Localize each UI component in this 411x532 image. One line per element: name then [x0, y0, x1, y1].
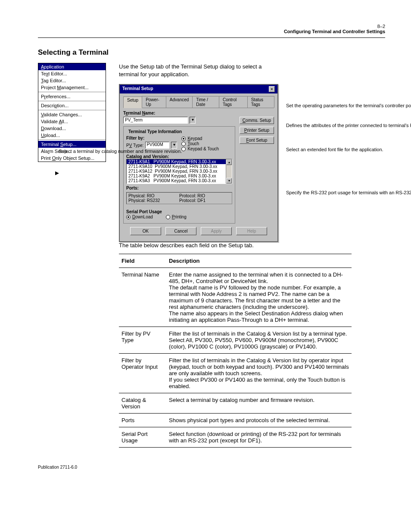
pvtype-dropdown-icon[interactable]: ▾	[171, 142, 177, 149]
help-button[interactable]: Help	[236, 227, 267, 235]
printer-setup-button[interactable]: Printer Setup	[240, 127, 274, 134]
terminal-type-group: Terminal Type Information	[127, 129, 183, 134]
terminal-name-label: Terminal Name:	[123, 111, 235, 115]
scroll-up-icon[interactable]: ▴	[226, 159, 232, 165]
table-row: Filter by Operator Input Filter the list…	[119, 354, 352, 393]
radio-keypad-touch[interactable]: Keypad & Touch	[181, 146, 219, 151]
listbox-scrollbar[interactable]: ▴ ▾	[226, 159, 232, 184]
page-number: 8–2	[284, 24, 385, 29]
table-row: Filter by PV Type Filter the list of ter…	[119, 327, 352, 354]
ok-button[interactable]: OK	[130, 227, 161, 235]
menu-pointer-icon: ▸	[55, 168, 107, 177]
tab-controltags[interactable]: Control Tags	[219, 96, 248, 108]
radio-keypad[interactable]: Keypad	[181, 136, 219, 141]
menu-text-editor[interactable]: Text Editor...	[38, 70, 106, 77]
apply-button[interactable]: Apply	[201, 227, 232, 235]
table-header-desc: Description	[166, 254, 352, 268]
menu-validate-changes[interactable]: Validate Changes...	[38, 111, 106, 118]
pvtype-select[interactable]: PV900M	[146, 142, 163, 147]
terminal-setup-dialog: Terminal Setup × Setup Power-Up Advanced…	[119, 84, 278, 242]
callout-printer: Defines the attributes of the printer co…	[286, 123, 364, 128]
fields-table: Field Description Terminal Name Enter th…	[119, 254, 352, 448]
radio-touch[interactable]: Touch	[181, 141, 219, 146]
tab-powerup[interactable]: Power-Up	[142, 96, 166, 108]
tab-setup[interactable]: Setup	[123, 96, 142, 108]
callout-comms: Set the operating parameters for the ter…	[286, 103, 368, 108]
application-menu: Application Text Editor... Tag Editor...…	[38, 63, 106, 162]
table-row: Ports Shows physical port types and prot…	[119, 414, 352, 427]
callout-catalog: Select a terminal by catalog number and …	[59, 149, 115, 154]
table-intro: The table below describes each field on …	[119, 242, 352, 249]
menu-upload[interactable]: Upload...	[38, 132, 106, 139]
table-row: Terminal Name Enter the name assigned to…	[119, 268, 352, 327]
intro-text: Use the Setup tab of the Terminal Setup …	[119, 63, 283, 78]
terminal-name-field[interactable]: PV_Term	[125, 118, 143, 122]
ports-box: Physical: RIOProtocol: RIO Physical: RS2…	[126, 192, 232, 204]
menu-header: Application	[38, 63, 106, 70]
menu-tag-editor[interactable]: Tag Editor...	[38, 77, 106, 84]
menu-project-management[interactable]: Project Management...	[38, 84, 106, 91]
pvtype-label: PV Type:	[126, 143, 143, 148]
radio-download[interactable]: DownLoad	[126, 215, 153, 219]
menu-print-only[interactable]: Print Only Object Setup...	[38, 155, 106, 162]
catalog-label: Catalog and Version:	[126, 154, 232, 159]
chapter-title: Configuring Terminal and Controller Sett…	[284, 29, 385, 34]
list-item[interactable]: 2711-K9A10 PV900M Keypad, FRN 3.00-3.xx	[127, 164, 232, 169]
list-item[interactable]: 2711-K9A1 PV900M Keypad, FRN 3.00-3.xx	[127, 159, 232, 164]
close-icon[interactable]: ×	[269, 86, 275, 92]
menu-validate-all[interactable]: Validate All...	[38, 118, 106, 125]
scroll-down-icon[interactable]: ▾	[226, 178, 232, 184]
callout-serial: Specify the RS-232 port usage for termin…	[286, 190, 355, 195]
menu-download[interactable]: Download...	[38, 125, 106, 132]
table-header-field: Field	[119, 254, 166, 268]
ports-label: Ports:	[126, 186, 232, 190]
tab-statustags[interactable]: Status Tags	[247, 96, 274, 108]
serial-group-label: Serial Port Usage	[126, 209, 232, 214]
comms-setup-button[interactable]: Comms. Setup	[240, 117, 274, 124]
font-setup-button[interactable]: Font Setup	[240, 137, 274, 144]
cancel-button[interactable]: Cancel	[165, 227, 196, 235]
tab-advanced[interactable]: Advanced	[166, 96, 193, 108]
radio-printing[interactable]: Printing	[166, 215, 187, 219]
terminal-name-dropdown-icon[interactable]: ▾	[190, 117, 196, 124]
table-row: Catalog & Version Select a terminal by c…	[119, 393, 352, 414]
menu-terminal-setup[interactable]: Terminal Setup...	[38, 141, 106, 148]
publication-footer: Publication 2711-6.0	[38, 465, 385, 470]
filter-by-label: Filter by:	[126, 136, 177, 140]
table-row: Serial Port Usage Select function (downl…	[119, 427, 352, 448]
menu-description[interactable]: Description...	[38, 102, 106, 109]
dialog-title: Terminal Setup	[122, 86, 153, 92]
callout-font: Select an extended font file for the app…	[286, 147, 364, 152]
list-item[interactable]: 2711-K9A3 PV900M Keypad, FRN 3.00-3.xx	[127, 178, 232, 183]
list-item[interactable]: 2711-K9A12 PV900M Keypad, FRN 3.00-3.xx	[127, 169, 232, 174]
section-title: Selecting a Terminal	[38, 48, 385, 57]
catalog-listbox[interactable]: 2711-K9A1 PV900M Keypad, FRN 3.00-3.xx 2…	[126, 159, 232, 184]
list-item[interactable]: 2711-K9A2 PV900M Keypad, FRN 3.00-3.xx	[127, 174, 232, 178]
tab-timedate[interactable]: Time / Date	[192, 96, 219, 108]
menu-preferences[interactable]: Preferences...	[38, 93, 106, 100]
